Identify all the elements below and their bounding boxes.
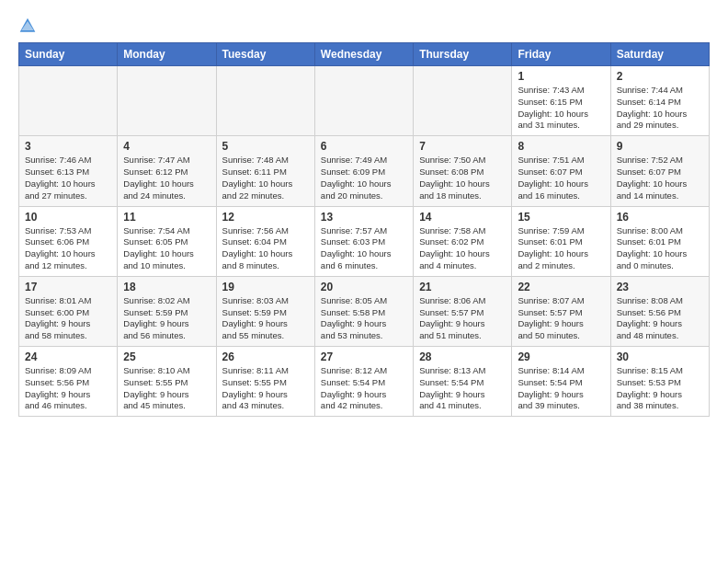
day-number: 18 [123, 281, 210, 293]
day-number: 10 [25, 211, 111, 224]
day-number: 23 [617, 281, 703, 293]
day-info: Sunrise: 8:06 AM Sunset: 5:57 PM Dayligh… [419, 295, 506, 342]
column-header-tuesday: Tuesday [216, 43, 314, 66]
day-number: 21 [419, 281, 506, 293]
day-number: 4 [123, 140, 210, 153]
calendar-cell [118, 66, 216, 136]
calendar-cell: 24Sunrise: 8:09 AM Sunset: 5:56 PM Dayli… [19, 347, 118, 417]
calendar-week-row: 24Sunrise: 8:09 AM Sunset: 5:56 PM Dayli… [19, 347, 710, 417]
day-info: Sunrise: 8:02 AM Sunset: 5:59 PM Dayligh… [123, 295, 210, 342]
calendar-cell: 30Sunrise: 8:15 AM Sunset: 5:53 PM Dayli… [610, 347, 709, 417]
calendar-cell: 19Sunrise: 8:03 AM Sunset: 5:59 PM Dayli… [216, 276, 314, 346]
calendar-cell: 12Sunrise: 7:56 AM Sunset: 6:04 PM Dayli… [216, 206, 314, 276]
day-number: 15 [518, 211, 604, 224]
day-number: 13 [321, 211, 407, 224]
calendar-week-row: 3Sunrise: 7:46 AM Sunset: 6:13 PM Daylig… [19, 136, 710, 206]
calendar-cell [314, 66, 413, 136]
page-header [9, 9, 719, 39]
logo-icon [18, 17, 37, 35]
day-info: Sunrise: 7:43 AM Sunset: 6:15 PM Dayligh… [518, 85, 604, 132]
calendar-cell: 14Sunrise: 7:58 AM Sunset: 6:02 PM Dayli… [414, 206, 512, 276]
day-info: Sunrise: 7:56 AM Sunset: 6:04 PM Dayligh… [222, 225, 309, 272]
day-number: 12 [222, 211, 309, 224]
day-number: 27 [321, 350, 407, 363]
day-info: Sunrise: 7:53 AM Sunset: 6:06 PM Dayligh… [25, 225, 111, 272]
calendar-cell: 3Sunrise: 7:46 AM Sunset: 6:13 PM Daylig… [19, 136, 118, 206]
day-info: Sunrise: 7:47 AM Sunset: 6:12 PM Dayligh… [123, 155, 210, 201]
column-header-monday: Monday [118, 43, 216, 66]
day-number: 11 [123, 211, 210, 224]
day-number: 5 [222, 140, 309, 153]
day-info: Sunrise: 8:13 AM Sunset: 5:54 PM Dayligh… [419, 365, 506, 412]
calendar-cell: 26Sunrise: 8:11 AM Sunset: 5:55 PM Dayli… [216, 347, 314, 417]
day-info: Sunrise: 7:51 AM Sunset: 6:07 PM Dayligh… [518, 155, 604, 201]
day-number: 19 [222, 281, 309, 293]
day-info: Sunrise: 7:48 AM Sunset: 6:11 PM Dayligh… [222, 155, 309, 201]
day-info: Sunrise: 7:46 AM Sunset: 6:13 PM Dayligh… [25, 155, 111, 201]
day-info: Sunrise: 7:54 AM Sunset: 6:05 PM Dayligh… [123, 225, 210, 272]
day-number: 29 [518, 350, 604, 363]
calendar-cell: 20Sunrise: 8:05 AM Sunset: 5:58 PM Dayli… [314, 276, 413, 346]
calendar-container: SundayMondayTuesdayWednesdayThursdayFrid… [9, 39, 719, 426]
day-info: Sunrise: 8:08 AM Sunset: 5:56 PM Dayligh… [617, 295, 703, 342]
calendar-cell: 16Sunrise: 8:00 AM Sunset: 6:01 PM Dayli… [610, 206, 709, 276]
calendar-week-row: 1Sunrise: 7:43 AM Sunset: 6:15 PM Daylig… [19, 66, 710, 136]
calendar-cell: 2Sunrise: 7:44 AM Sunset: 6:14 PM Daylig… [610, 66, 709, 136]
calendar-cell: 29Sunrise: 8:14 AM Sunset: 5:54 PM Dayli… [512, 347, 610, 417]
column-header-thursday: Thursday [414, 43, 512, 66]
calendar-cell: 18Sunrise: 8:02 AM Sunset: 5:59 PM Dayli… [118, 276, 216, 346]
day-number: 9 [617, 140, 703, 153]
calendar-cell: 11Sunrise: 7:54 AM Sunset: 6:05 PM Dayli… [118, 206, 216, 276]
calendar-cell: 22Sunrise: 8:07 AM Sunset: 5:57 PM Dayli… [512, 276, 610, 346]
day-number: 30 [617, 350, 703, 363]
day-number: 2 [617, 70, 703, 83]
calendar-week-row: 17Sunrise: 8:01 AM Sunset: 6:00 PM Dayli… [19, 276, 710, 346]
day-info: Sunrise: 7:44 AM Sunset: 6:14 PM Dayligh… [617, 85, 703, 132]
day-info: Sunrise: 8:10 AM Sunset: 5:55 PM Dayligh… [123, 365, 210, 412]
day-info: Sunrise: 8:11 AM Sunset: 5:55 PM Dayligh… [222, 365, 309, 412]
calendar-header-row: SundayMondayTuesdayWednesdayThursdayFrid… [19, 43, 710, 66]
day-info: Sunrise: 8:12 AM Sunset: 5:54 PM Dayligh… [321, 365, 407, 412]
day-number: 14 [419, 211, 506, 224]
calendar-cell: 4Sunrise: 7:47 AM Sunset: 6:12 PM Daylig… [118, 136, 216, 206]
calendar-cell: 25Sunrise: 8:10 AM Sunset: 5:55 PM Dayli… [118, 347, 216, 417]
day-info: Sunrise: 8:01 AM Sunset: 6:00 PM Dayligh… [25, 295, 111, 342]
day-info: Sunrise: 8:14 AM Sunset: 5:54 PM Dayligh… [518, 365, 604, 412]
calendar-cell: 1Sunrise: 7:43 AM Sunset: 6:15 PM Daylig… [512, 66, 610, 136]
day-number: 3 [25, 140, 111, 153]
day-number: 26 [222, 350, 309, 363]
calendar-cell: 21Sunrise: 8:06 AM Sunset: 5:57 PM Dayli… [414, 276, 512, 346]
calendar-cell: 5Sunrise: 7:48 AM Sunset: 6:11 PM Daylig… [216, 136, 314, 206]
column-header-friday: Friday [512, 43, 610, 66]
day-number: 1 [518, 70, 604, 83]
day-number: 25 [123, 350, 210, 363]
calendar-cell: 28Sunrise: 8:13 AM Sunset: 5:54 PM Dayli… [414, 347, 512, 417]
column-header-sunday: Sunday [19, 43, 118, 66]
day-number: 24 [25, 350, 111, 363]
day-number: 16 [617, 211, 703, 224]
day-number: 6 [321, 140, 407, 153]
calendar-cell: 27Sunrise: 8:12 AM Sunset: 5:54 PM Dayli… [314, 347, 413, 417]
column-header-saturday: Saturday [610, 43, 709, 66]
calendar-cell: 13Sunrise: 7:57 AM Sunset: 6:03 PM Dayli… [314, 206, 413, 276]
day-info: Sunrise: 7:50 AM Sunset: 6:08 PM Dayligh… [419, 155, 506, 201]
calendar-cell: 17Sunrise: 8:01 AM Sunset: 6:00 PM Dayli… [19, 276, 118, 346]
calendar-cell: 10Sunrise: 7:53 AM Sunset: 6:06 PM Dayli… [19, 206, 118, 276]
day-number: 22 [518, 281, 604, 293]
calendar-cell: 8Sunrise: 7:51 AM Sunset: 6:07 PM Daylig… [512, 136, 610, 206]
calendar-cell: 6Sunrise: 7:49 AM Sunset: 6:09 PM Daylig… [314, 136, 413, 206]
calendar-cell: 15Sunrise: 7:59 AM Sunset: 6:01 PM Dayli… [512, 206, 610, 276]
day-number: 8 [518, 140, 604, 153]
calendar-week-row: 10Sunrise: 7:53 AM Sunset: 6:06 PM Dayli… [19, 206, 710, 276]
day-info: Sunrise: 7:52 AM Sunset: 6:07 PM Dayligh… [617, 155, 703, 201]
day-info: Sunrise: 8:07 AM Sunset: 5:57 PM Dayligh… [518, 295, 604, 342]
day-info: Sunrise: 7:58 AM Sunset: 6:02 PM Dayligh… [419, 225, 506, 272]
day-number: 28 [419, 350, 506, 363]
day-info: Sunrise: 7:49 AM Sunset: 6:09 PM Dayligh… [321, 155, 407, 201]
logo [18, 17, 40, 35]
day-info: Sunrise: 7:57 AM Sunset: 6:03 PM Dayligh… [321, 225, 407, 272]
calendar-cell [216, 66, 314, 136]
day-info: Sunrise: 8:00 AM Sunset: 6:01 PM Dayligh… [617, 225, 703, 272]
day-info: Sunrise: 7:59 AM Sunset: 6:01 PM Dayligh… [518, 225, 604, 272]
calendar-table: SundayMondayTuesdayWednesdayThursdayFrid… [18, 42, 710, 417]
